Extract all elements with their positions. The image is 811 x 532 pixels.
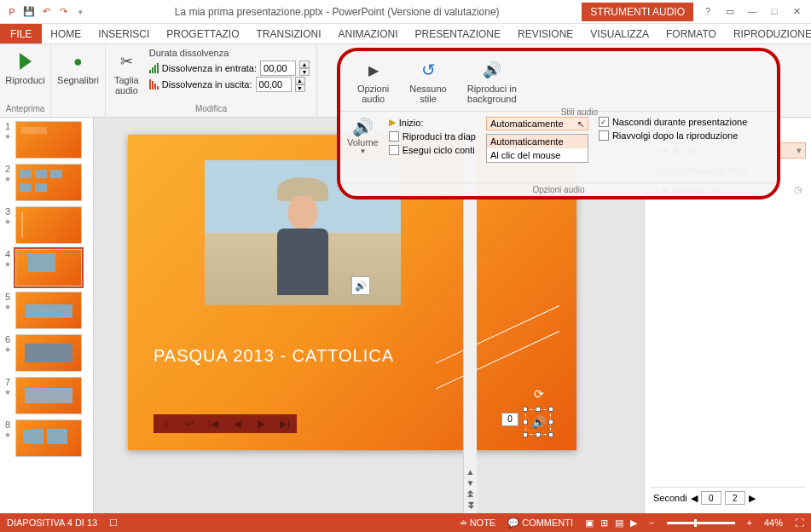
- bookmarks-label: Segnalibri: [57, 75, 99, 85]
- clock-icon: ◷: [794, 184, 802, 195]
- tab-formato[interactable]: FORMATO: [657, 24, 725, 43]
- start-label: Inizio:: [399, 118, 424, 128]
- scroll-up-icon[interactable]: ▲: [466, 467, 475, 477]
- comments-button[interactable]: 💬COMMENTI: [507, 518, 573, 529]
- spellcheck-icon[interactable]: ☐: [109, 518, 118, 529]
- play-icon: [20, 53, 32, 70]
- loop-checkbox[interactable]: [389, 145, 399, 155]
- anim-star-icon: ★: [4, 132, 11, 141]
- reading-view-icon[interactable]: ▤: [615, 518, 623, 529]
- qat-more-icon[interactable]: ▾: [73, 5, 87, 19]
- zoom-out-icon[interactable]: −: [649, 518, 654, 528]
- fade-out-label: Dissolvenza in uscita:: [162, 79, 252, 90]
- chevron-down-icon[interactable]: ▾: [797, 145, 802, 156]
- contextual-tab-audio[interactable]: STRUMENTI AUDIO: [582, 3, 693, 21]
- audio-clip-icon[interactable]: 🔊: [351, 276, 370, 295]
- fade-out-up[interactable]: ▲: [295, 77, 305, 84]
- prev-slide-icon[interactable]: ⯭: [466, 489, 475, 499]
- zoom-in-icon[interactable]: +: [747, 518, 752, 528]
- thumb-6[interactable]: 6★: [3, 334, 90, 372]
- seconds-start-input[interactable]: [701, 491, 721, 505]
- zoom-slider[interactable]: [667, 522, 735, 524]
- help-icon[interactable]: ?: [700, 6, 715, 17]
- maximize-icon[interactable]: □: [767, 6, 782, 17]
- start-play-icon: ▶: [389, 117, 396, 128]
- rewind-checkbox[interactable]: [599, 130, 609, 141]
- slide-thumbnails[interactable]: 1★ 2★ 3★ 4★ 5★ 6★ 7★ 8★: [0, 118, 94, 513]
- loop-label: Esegui ciclo conti: [403, 145, 475, 155]
- nav-next-icon[interactable]: ▶: [249, 414, 273, 433]
- tab-presentazione[interactable]: PRESENTAZIONE: [407, 24, 509, 43]
- play-across-checkbox[interactable]: [389, 131, 399, 142]
- tab-file[interactable]: FILE: [0, 24, 42, 43]
- notes-icon: ≐: [460, 518, 467, 529]
- trim-audio-label: Taglia audio: [114, 75, 139, 95]
- play-across-label: Riproduci tra diap: [403, 131, 476, 142]
- next-slide-icon[interactable]: ⯯: [466, 500, 475, 510]
- notes-button[interactable]: ≐NOTE: [460, 518, 496, 529]
- start-dropdown[interactable]: Automaticamente ↖: [486, 117, 588, 130]
- nav-prev-icon[interactable]: ◀: [225, 414, 249, 433]
- scissors-icon: ✂: [114, 49, 138, 73]
- sorter-view-icon[interactable]: ⊞: [600, 518, 608, 529]
- ribbon-collapse-icon[interactable]: ▭: [722, 6, 738, 17]
- thumb-8[interactable]: 8★: [3, 419, 90, 457]
- thumb-4[interactable]: 4★: [3, 249, 90, 286]
- slideshow-view-icon[interactable]: ▶: [630, 518, 637, 529]
- bookmarks-button[interactable]: ● Segnalibri: [55, 48, 101, 87]
- thumb-2[interactable]: 2★: [3, 164, 90, 201]
- no-style-label: Nessuno stile: [409, 84, 446, 104]
- thumb-5[interactable]: 5★: [3, 292, 90, 329]
- seconds-end-input[interactable]: [725, 491, 745, 505]
- tab-transizioni[interactable]: TRANSIZIONI: [247, 24, 329, 43]
- save-icon[interactable]: 💾: [22, 5, 36, 19]
- thumb-7[interactable]: 7★: [3, 377, 90, 414]
- zoom-value[interactable]: 44%: [764, 518, 783, 528]
- audio-options-button[interactable]: ▶ Opzioni audio: [356, 56, 391, 106]
- thumb-1[interactable]: 1★: [3, 121, 90, 159]
- audio-object-selected[interactable]: [525, 409, 551, 435]
- tab-home[interactable]: HOME: [42, 24, 90, 43]
- nav-home-icon[interactable]: ⌂: [154, 414, 177, 433]
- undo-icon[interactable]: ↶: [39, 5, 53, 19]
- tab-progettazione[interactable]: PROGETTAZIO: [158, 24, 247, 43]
- fade-in-up[interactable]: ▲: [299, 61, 310, 68]
- thumb-3[interactable]: 3★: [3, 206, 90, 244]
- volume-button[interactable]: 🔊 Volume ▼: [347, 117, 379, 177]
- tab-revisione[interactable]: REVISIONE: [509, 24, 582, 43]
- play-button[interactable]: Riproduci: [3, 48, 46, 87]
- fade-in-input[interactable]: [260, 61, 296, 76]
- fit-window-icon[interactable]: ⛶: [795, 518, 804, 528]
- start-option-auto[interactable]: Automaticamente: [487, 135, 588, 148]
- redo-icon[interactable]: ↷: [56, 5, 70, 19]
- timeline-prev-icon[interactable]: ◀: [691, 493, 698, 504]
- fade-duration-label: Durata dissolvenza: [149, 48, 310, 58]
- hide-checkbox[interactable]: [599, 117, 609, 127]
- volume-icon: 🔊: [352, 117, 374, 137]
- slide-counter: 0: [501, 413, 518, 426]
- trim-audio-button[interactable]: ✂ Taglia audio: [113, 48, 141, 97]
- minimize-icon[interactable]: —: [744, 6, 760, 17]
- tab-animazioni[interactable]: ANIMAZIONI: [330, 24, 407, 43]
- play-label: Riproduci: [5, 75, 44, 85]
- fade-out-input[interactable]: [256, 77, 292, 92]
- scroll-down-icon[interactable]: ▼: [466, 478, 475, 488]
- nav-return-icon[interactable]: ↩: [177, 414, 201, 433]
- timeline-next-icon[interactable]: ▶: [749, 493, 756, 504]
- fade-out-down[interactable]: ▼: [295, 84, 305, 92]
- normal-view-icon[interactable]: ▣: [585, 518, 594, 529]
- close-icon[interactable]: ✕: [789, 6, 804, 17]
- app-icon: P: [5, 5, 19, 19]
- nav-first-icon[interactable]: |◀: [201, 414, 225, 433]
- slide-title[interactable]: PASQUA 2013 - CATTOLICA: [154, 346, 394, 366]
- start-option-click[interactable]: Al clic del mouse: [487, 148, 588, 162]
- tab-inserisci[interactable]: INSERISCI: [90, 24, 158, 43]
- tab-riproduzione[interactable]: RIPRODUZIONE: [725, 24, 811, 43]
- seconds-label: Secondi: [653, 493, 687, 503]
- tab-visualizza[interactable]: VISUALIZZA: [582, 24, 657, 43]
- play-background-button[interactable]: 🔊 Riproduci in background: [466, 56, 518, 106]
- rotate-handle-icon[interactable]: ⟳: [534, 387, 544, 401]
- fade-in-down[interactable]: ▼: [299, 68, 310, 76]
- no-style-button[interactable]: ↺ Nessuno stile: [408, 56, 448, 106]
- nav-last-icon[interactable]: ▶|: [273, 414, 297, 433]
